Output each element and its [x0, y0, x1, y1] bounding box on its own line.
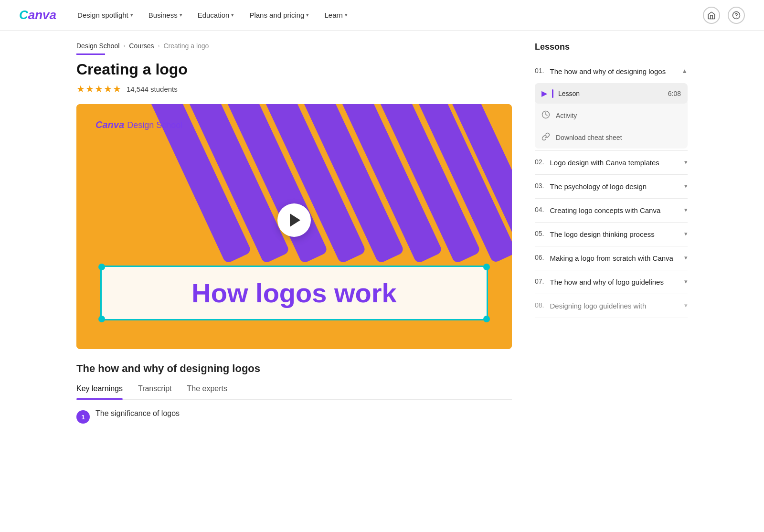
- page-layout: Design School › Courses › Creating a log…: [57, 31, 707, 435]
- course-meta: ★★★★★ 14,544 students: [76, 83, 512, 95]
- chevron-down-icon: ▾: [306, 12, 309, 18]
- lesson-group-1-header[interactable]: 01. The how and why of designing logos ▲: [535, 60, 688, 83]
- kl-badge-1: 1: [76, 410, 90, 424]
- navbar: Canva Design spotlight ▾ Business ▾ Educ…: [0, 0, 764, 31]
- lesson-video-row[interactable]: ▶ Lesson 6:08: [535, 83, 688, 104]
- play-button[interactable]: [277, 203, 311, 237]
- lesson-group-4-title: Creating logo concepts with Canva: [550, 205, 679, 215]
- lesson-num-3: 03.: [535, 181, 544, 190]
- video-watermark: Canva Design School: [96, 118, 182, 131]
- play-icon: [290, 213, 300, 227]
- lesson-play-icon: ▶: [541, 89, 547, 98]
- lesson-num-7: 07.: [535, 277, 544, 285]
- chevron-down-icon-8: ▾: [684, 301, 688, 309]
- chevron-down-icon-3: ▾: [684, 181, 688, 190]
- course-title: Creating a logo: [76, 61, 512, 78]
- nav-business[interactable]: Business ▾: [143, 7, 188, 23]
- lesson-section-title: The how and why of designing logos: [76, 362, 512, 375]
- lesson-num-8: 08.: [535, 301, 544, 309]
- kl-text-1: The significance of logos: [96, 409, 180, 418]
- nav-design-spotlight[interactable]: Design spotlight ▾: [72, 7, 139, 23]
- help-icon-button[interactable]: [728, 7, 745, 24]
- nav-learn[interactable]: Learn ▾: [318, 7, 353, 23]
- lesson-group-5: 05. The logo design thinking process ▾: [535, 223, 688, 246]
- chevron-down-icon: ▾: [130, 12, 133, 18]
- lesson-group-7-title: The how and why of logo guidelines: [550, 277, 679, 287]
- lesson-group-4: 04. Creating logo concepts with Canva ▾: [535, 199, 688, 223]
- lesson-row-left: ▶ Lesson: [541, 89, 580, 98]
- lessons-heading: Lessons: [535, 42, 688, 52]
- lesson-group-3-header[interactable]: 03. The psychology of logo design ▾: [535, 175, 688, 198]
- download-icon: [541, 132, 550, 143]
- breadcrumb: Design School › Courses › Creating a log…: [76, 42, 512, 50]
- lesson-group-8-header[interactable]: 08. Designing logo guidelines with ▾: [535, 294, 688, 318]
- download-cheat-sheet-label: Download cheat sheet: [556, 134, 622, 141]
- lesson-progress-bar: [552, 89, 553, 98]
- lesson-group-2: 02. Logo design with Canva templates ▾: [535, 151, 688, 175]
- lesson-group-3-title: The psychology of logo design: [550, 181, 679, 192]
- corner-tl: [98, 264, 105, 270]
- chevron-down-icon: ▾: [345, 12, 348, 18]
- video-text-box: How logos work: [100, 266, 488, 320]
- tab-key-learnings[interactable]: Key learnings: [76, 384, 123, 399]
- lesson-group-5-title: The logo design thinking process: [550, 229, 679, 239]
- chevron-up-icon-1: ▲: [681, 66, 688, 74]
- main-content: Design School › Courses › Creating a log…: [76, 31, 512, 435]
- video-player[interactable]: Canva Design School How logos work: [76, 104, 512, 349]
- download-cheat-sheet-item[interactable]: Download cheat sheet: [535, 127, 688, 149]
- lesson-num-6: 06.: [535, 253, 544, 261]
- chevron-down-icon: ▾: [231, 12, 234, 18]
- lesson-num-2: 02.: [535, 158, 544, 166]
- lesson-num-1: 01.: [535, 66, 544, 74]
- chevron-down-icon-4: ▾: [684, 205, 688, 213]
- lesson-group-7-header[interactable]: 07. The how and why of logo guidelines ▾: [535, 270, 688, 294]
- course-stars: ★★★★★: [76, 83, 122, 95]
- nav-plans-pricing[interactable]: Plans and pricing ▾: [244, 7, 315, 23]
- nav-education[interactable]: Education ▾: [192, 7, 240, 23]
- lesson-group-6-header[interactable]: 06. Making a logo from scratch with Canv…: [535, 246, 688, 270]
- lesson-group-5-header[interactable]: 05. The logo design thinking process ▾: [535, 223, 688, 246]
- sidebar: Lessons 01. The how and why of designing…: [535, 31, 688, 435]
- breadcrumb-underline: [76, 53, 105, 55]
- chevron-down-icon-5: ▾: [684, 229, 688, 237]
- key-learning-item: 1 The significance of logos: [76, 409, 512, 424]
- chevron-down-icon-7: ▾: [684, 277, 688, 285]
- lesson-group-3: 03. The psychology of logo design ▾: [535, 175, 688, 199]
- lesson-group-1: 01. The how and why of designing logos ▲…: [535, 60, 688, 151]
- chevron-down-icon-6: ▾: [684, 253, 688, 261]
- corner-tr: [483, 264, 490, 270]
- course-students: 14,544 students: [127, 85, 178, 93]
- breadcrumb-design-school[interactable]: Design School: [76, 42, 119, 50]
- lesson-row-time: 6:08: [668, 90, 681, 97]
- lesson-expanded-1: ▶ Lesson 6:08 Activity: [535, 83, 688, 149]
- home-icon-button[interactable]: [703, 7, 720, 24]
- breadcrumb-courses[interactable]: Courses: [129, 42, 154, 50]
- lesson-num-5: 05.: [535, 229, 544, 237]
- breadcrumb-sep-1: ›: [123, 43, 125, 49]
- lesson-group-7: 07. The how and why of logo guidelines ▾: [535, 270, 688, 294]
- chevron-down-icon-2: ▾: [684, 158, 688, 166]
- lesson-group-6-title: Making a logo from scratch with Canva: [550, 253, 679, 263]
- lesson-row-label: Lesson: [558, 90, 580, 97]
- activity-item[interactable]: Activity: [535, 105, 688, 127]
- tabs: Key learnings Transcript The experts: [76, 384, 512, 400]
- tab-transcript[interactable]: Transcript: [138, 384, 172, 399]
- lesson-group-2-title: Logo design with Canva templates: [550, 158, 679, 168]
- nav-right: [703, 7, 745, 24]
- tab-the-experts[interactable]: The experts: [187, 384, 227, 399]
- lesson-group-4-header[interactable]: 04. Creating logo concepts with Canva ▾: [535, 199, 688, 222]
- breadcrumb-sep-2: ›: [158, 43, 159, 49]
- canva-logo[interactable]: Canva: [19, 8, 56, 22]
- corner-bl: [98, 316, 105, 322]
- lesson-group-8: 08. Designing logo guidelines with ▾: [535, 294, 688, 318]
- activity-icon: [541, 110, 550, 121]
- lesson-group-2-header[interactable]: 02. Logo design with Canva templates ▾: [535, 151, 688, 174]
- activity-label: Activity: [556, 112, 577, 119]
- lesson-num-4: 04.: [535, 205, 544, 213]
- breadcrumb-current: Creating a logo: [163, 42, 209, 50]
- lesson-group-6: 06. Making a logo from scratch with Canv…: [535, 246, 688, 270]
- lesson-group-1-title: The how and why of designing logos: [550, 66, 676, 76]
- corner-br: [483, 316, 490, 322]
- chevron-down-icon: ▾: [180, 12, 182, 18]
- video-big-text: How logos work: [191, 277, 396, 309]
